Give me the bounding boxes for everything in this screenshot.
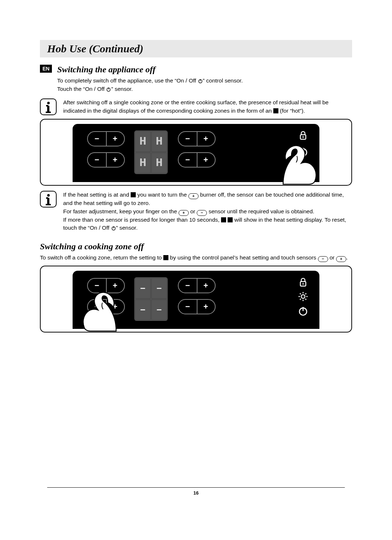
minus-plus-sensor[interactable]: −+ bbox=[87, 152, 125, 168]
section2-paragraph: To switch off a cooking zone, return the… bbox=[40, 254, 352, 262]
svg-line-17 bbox=[300, 294, 301, 295]
display-grid: – – – – bbox=[134, 277, 168, 321]
display-cell: – bbox=[151, 299, 167, 320]
power-icon[interactable] bbox=[298, 306, 309, 317]
section-title-1: Switching the appliance off bbox=[57, 65, 352, 74]
hot-glyph bbox=[131, 192, 136, 197]
display-cell: – bbox=[135, 299, 151, 320]
minus-sensor-glyph: − bbox=[197, 210, 207, 216]
text: or bbox=[328, 254, 336, 261]
svg-line-20 bbox=[305, 294, 306, 295]
text: by using the control panel’s heat settin… bbox=[168, 254, 318, 261]
control-panel: −+ −+ – – – – −+ −+ bbox=[73, 271, 319, 329]
section-title-2: Switching a cooking zone off bbox=[40, 242, 352, 251]
minus-plus-sensor[interactable]: −+ bbox=[178, 131, 216, 146]
text: For faster adjustment, keep your finger … bbox=[63, 208, 179, 214]
info-icon bbox=[40, 98, 57, 115]
text: If the heat setting is at and bbox=[63, 192, 131, 198]
figure-1: −+ −+ H H H H −+ −+ bbox=[40, 119, 352, 186]
hot-glyph bbox=[228, 217, 233, 222]
info-icon bbox=[40, 191, 57, 207]
text: ” sensor. bbox=[111, 86, 132, 92]
minus-sensor-glyph: − bbox=[318, 256, 328, 262]
minus-plus-sensor[interactable]: −+ bbox=[178, 299, 216, 314]
text: ” control sensor. bbox=[203, 77, 243, 84]
power-icon[interactable] bbox=[298, 146, 309, 157]
section1-paragraph: To completely switch off the appliance, … bbox=[57, 77, 352, 93]
figure-2: −+ −+ – – – – −+ −+ bbox=[40, 266, 352, 333]
hot-glyph bbox=[163, 255, 168, 260]
minus-plus-sensor[interactable]: −+ bbox=[178, 152, 216, 168]
page-number: 16 bbox=[0, 490, 392, 496]
power-icon bbox=[106, 85, 111, 93]
text: you want to turn the bbox=[136, 192, 188, 198]
footer-rule bbox=[47, 487, 345, 488]
text: sensor until the required value is obtai… bbox=[207, 208, 314, 214]
plus-sensor-glyph: + bbox=[179, 210, 189, 216]
display-cell: – bbox=[135, 278, 151, 299]
display-cell: – bbox=[151, 278, 167, 299]
note-2: If the heat setting is at and you want t… bbox=[63, 191, 352, 232]
power-icon bbox=[111, 224, 116, 232]
page-title: Hob Use (Continued) bbox=[47, 43, 143, 55]
control-panel: −+ −+ H H H H −+ −+ bbox=[73, 124, 319, 182]
minus-plus-sensor[interactable]: −+ bbox=[87, 278, 125, 293]
display-cell: H bbox=[135, 153, 151, 173]
hand-pointer-icon bbox=[269, 141, 323, 185]
text: or bbox=[189, 208, 197, 214]
language-badge: EN bbox=[40, 65, 52, 73]
brightness-icon[interactable] bbox=[298, 291, 309, 302]
plus-sensor-glyph: + bbox=[336, 256, 346, 262]
svg-line-19 bbox=[300, 299, 301, 300]
header-band: Hob Use (Continued) bbox=[40, 40, 352, 57]
minus-plus-sensor[interactable]: −+ bbox=[87, 131, 125, 146]
text: To switch off a cooking zone, return the… bbox=[40, 254, 163, 261]
text: If more than one sensor is pressed for l… bbox=[63, 217, 221, 223]
hot-glyph bbox=[273, 108, 278, 113]
minus-plus-sensor[interactable]: −+ bbox=[87, 299, 125, 314]
note-1: After switching off a single cooking zon… bbox=[63, 98, 352, 115]
text: Touch the “On / Off bbox=[57, 86, 106, 92]
power-icon bbox=[198, 77, 203, 85]
text: . bbox=[346, 254, 348, 261]
display-grid: H H H H bbox=[134, 130, 168, 174]
svg-point-12 bbox=[301, 295, 305, 298]
text: (for “hot”). bbox=[278, 108, 305, 114]
minus-plus-sensor[interactable]: −+ bbox=[178, 278, 216, 293]
hot-glyph bbox=[221, 217, 226, 222]
text: To completely switch off the appliance, … bbox=[57, 77, 197, 84]
display-cell: H bbox=[151, 131, 167, 152]
display-cell: H bbox=[135, 131, 151, 152]
lock-icon[interactable] bbox=[298, 277, 309, 287]
text: ” sensor. bbox=[116, 225, 138, 231]
svg-line-18 bbox=[305, 299, 306, 300]
display-cell: H bbox=[151, 153, 167, 173]
plus-sensor-glyph: + bbox=[188, 193, 199, 199]
lock-icon[interactable] bbox=[298, 130, 309, 141]
